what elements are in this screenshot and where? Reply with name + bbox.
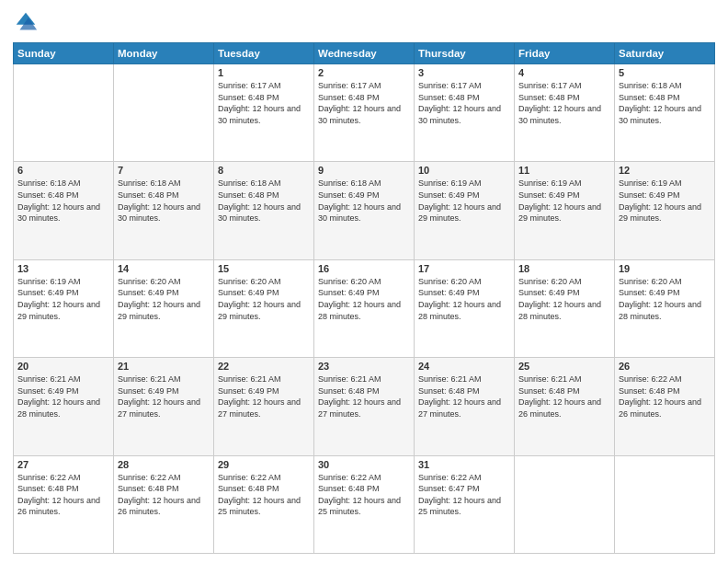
calendar-cell: 31Sunrise: 6:22 AMSunset: 6:47 PMDayligh… [415,455,515,553]
calendar-week-5: 27Sunrise: 6:22 AMSunset: 6:48 PMDayligh… [14,455,715,553]
logo [13,9,42,35]
day-info: Sunrise: 6:17 AMSunset: 6:48 PMDaylight:… [418,80,510,126]
day-info: Sunrise: 6:18 AMSunset: 6:48 PMDaylight:… [17,178,109,224]
day-info: Sunrise: 6:22 AMSunset: 6:47 PMDaylight:… [418,472,510,518]
calendar-cell: 24Sunrise: 6:21 AMSunset: 6:48 PMDayligh… [415,358,515,455]
day-number: 19 [619,263,711,274]
day-number: 22 [218,361,310,372]
day-number: 7 [118,165,210,176]
calendar-cell [515,455,615,553]
day-info: Sunrise: 6:17 AMSunset: 6:48 PMDaylight:… [518,80,610,126]
day-number: 18 [518,263,610,274]
day-number: 26 [619,361,711,372]
day-number: 29 [218,459,310,470]
col-header-monday: Monday [114,43,214,64]
calendar-cell: 21Sunrise: 6:21 AMSunset: 6:49 PMDayligh… [114,358,214,455]
day-number: 16 [318,263,410,274]
calendar-cell: 25Sunrise: 6:21 AMSunset: 6:48 PMDayligh… [515,358,615,455]
day-info: Sunrise: 6:18 AMSunset: 6:48 PMDaylight:… [619,80,711,126]
calendar-cell: 7Sunrise: 6:18 AMSunset: 6:48 PMDaylight… [114,162,214,259]
day-info: Sunrise: 6:21 AMSunset: 6:49 PMDaylight:… [118,373,210,419]
day-number: 24 [418,361,510,372]
col-header-wednesday: Wednesday [314,43,415,64]
day-number: 13 [17,263,109,274]
col-header-tuesday: Tuesday [214,43,314,64]
day-info: Sunrise: 6:22 AMSunset: 6:48 PMDaylight:… [318,472,410,518]
day-info: Sunrise: 6:18 AMSunset: 6:49 PMDaylight:… [318,178,410,224]
day-number: 12 [619,165,711,176]
day-info: Sunrise: 6:19 AMSunset: 6:49 PMDaylight:… [518,178,610,224]
day-number: 3 [418,67,510,78]
calendar-cell: 5Sunrise: 6:18 AMSunset: 6:48 PMDaylight… [615,64,715,162]
calendar-cell: 12Sunrise: 6:19 AMSunset: 6:49 PMDayligh… [615,162,715,259]
calendar-week-4: 20Sunrise: 6:21 AMSunset: 6:49 PMDayligh… [14,358,715,455]
day-info: Sunrise: 6:20 AMSunset: 6:49 PMDaylight:… [518,276,610,322]
calendar-cell: 18Sunrise: 6:20 AMSunset: 6:49 PMDayligh… [515,259,615,357]
day-number: 14 [118,263,210,274]
day-info: Sunrise: 6:20 AMSunset: 6:49 PMDaylight:… [218,276,310,322]
day-number: 9 [318,165,410,176]
day-info: Sunrise: 6:20 AMSunset: 6:49 PMDaylight:… [418,276,510,322]
calendar-cell: 4Sunrise: 6:17 AMSunset: 6:48 PMDaylight… [515,64,615,162]
day-number: 5 [619,67,711,78]
calendar-cell: 9Sunrise: 6:18 AMSunset: 6:49 PMDaylight… [314,162,415,259]
day-info: Sunrise: 6:22 AMSunset: 6:48 PMDaylight:… [218,472,310,518]
col-header-thursday: Thursday [415,43,515,64]
day-info: Sunrise: 6:18 AMSunset: 6:48 PMDaylight:… [118,178,210,224]
day-number: 2 [318,67,410,78]
day-number: 23 [318,361,410,372]
day-info: Sunrise: 6:20 AMSunset: 6:49 PMDaylight:… [118,276,210,322]
col-header-saturday: Saturday [615,43,715,64]
logo-icon [13,9,39,35]
calendar-week-1: 1Sunrise: 6:17 AMSunset: 6:48 PMDaylight… [14,64,715,162]
day-number: 17 [418,263,510,274]
calendar-cell: 22Sunrise: 6:21 AMSunset: 6:49 PMDayligh… [214,358,314,455]
day-info: Sunrise: 6:21 AMSunset: 6:49 PMDaylight:… [218,373,310,419]
day-number: 21 [118,361,210,372]
col-header-friday: Friday [515,43,615,64]
day-number: 30 [318,459,410,470]
day-number: 11 [518,165,610,176]
day-number: 8 [218,165,310,176]
calendar-cell: 14Sunrise: 6:20 AMSunset: 6:49 PMDayligh… [114,259,214,357]
day-info: Sunrise: 6:17 AMSunset: 6:48 PMDaylight:… [218,80,310,126]
day-info: Sunrise: 6:21 AMSunset: 6:48 PMDaylight:… [318,373,410,419]
calendar-cell [14,64,114,162]
day-info: Sunrise: 6:21 AMSunset: 6:48 PMDaylight:… [418,373,510,419]
day-info: Sunrise: 6:19 AMSunset: 6:49 PMDaylight:… [619,178,711,224]
calendar-cell: 30Sunrise: 6:22 AMSunset: 6:48 PMDayligh… [314,455,415,553]
day-info: Sunrise: 6:21 AMSunset: 6:48 PMDaylight:… [518,373,610,419]
day-info: Sunrise: 6:20 AMSunset: 6:49 PMDaylight:… [619,276,711,322]
calendar-cell: 17Sunrise: 6:20 AMSunset: 6:49 PMDayligh… [415,259,515,357]
day-number: 4 [518,67,610,78]
calendar-cell: 23Sunrise: 6:21 AMSunset: 6:48 PMDayligh… [314,358,415,455]
day-number: 28 [118,459,210,470]
calendar-cell: 10Sunrise: 6:19 AMSunset: 6:49 PMDayligh… [415,162,515,259]
day-number: 20 [17,361,109,372]
calendar-cell: 19Sunrise: 6:20 AMSunset: 6:49 PMDayligh… [615,259,715,357]
day-info: Sunrise: 6:21 AMSunset: 6:49 PMDaylight:… [17,373,109,419]
day-info: Sunrise: 6:22 AMSunset: 6:48 PMDaylight:… [118,472,210,518]
calendar-cell [114,64,214,162]
day-info: Sunrise: 6:22 AMSunset: 6:48 PMDaylight:… [17,472,109,518]
header [13,9,715,35]
calendar-week-3: 13Sunrise: 6:19 AMSunset: 6:49 PMDayligh… [14,259,715,357]
calendar-cell: 13Sunrise: 6:19 AMSunset: 6:49 PMDayligh… [14,259,114,357]
day-number: 1 [218,67,310,78]
day-info: Sunrise: 6:19 AMSunset: 6:49 PMDaylight:… [418,178,510,224]
day-info: Sunrise: 6:18 AMSunset: 6:48 PMDaylight:… [218,178,310,224]
calendar-cell: 20Sunrise: 6:21 AMSunset: 6:49 PMDayligh… [14,358,114,455]
day-info: Sunrise: 6:19 AMSunset: 6:49 PMDaylight:… [17,276,109,322]
calendar-cell [615,455,715,553]
calendar-cell: 16Sunrise: 6:20 AMSunset: 6:49 PMDayligh… [314,259,415,357]
calendar-cell: 1Sunrise: 6:17 AMSunset: 6:48 PMDaylight… [214,64,314,162]
calendar-cell: 29Sunrise: 6:22 AMSunset: 6:48 PMDayligh… [214,455,314,553]
calendar-cell: 28Sunrise: 6:22 AMSunset: 6:48 PMDayligh… [114,455,214,553]
calendar-cell: 27Sunrise: 6:22 AMSunset: 6:48 PMDayligh… [14,455,114,553]
page: SundayMondayTuesdayWednesdayThursdayFrid… [0,0,728,563]
day-number: 31 [418,459,510,470]
calendar-table: SundayMondayTuesdayWednesdayThursdayFrid… [13,42,715,554]
col-header-sunday: Sunday [14,43,114,64]
day-number: 15 [218,263,310,274]
calendar-cell: 2Sunrise: 6:17 AMSunset: 6:48 PMDaylight… [314,64,415,162]
